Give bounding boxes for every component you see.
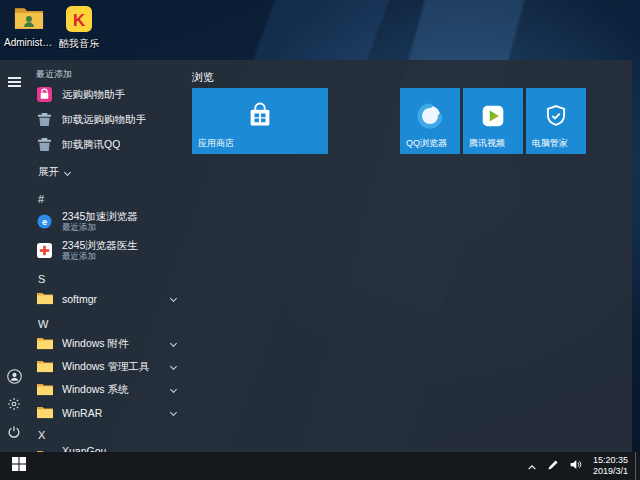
- clock-time: 15:20:35: [593, 455, 628, 466]
- app-item-uninstall-shopping-assistant[interactable]: 卸载远购购物助手: [32, 107, 188, 132]
- volume-button[interactable]: [564, 452, 587, 480]
- taskbar: 15:20:35 2019/3/1: [0, 452, 640, 480]
- chevron-down-icon: [170, 386, 177, 393]
- group-header-x[interactable]: X: [32, 424, 188, 442]
- app-item-label: Windows 系统: [62, 383, 129, 397]
- start-menu-tiles: 浏览 应用商店: [188, 60, 632, 452]
- tile-label: 应用商店: [198, 137, 234, 150]
- tile-tencent-video[interactable]: 腾讯视频: [463, 88, 523, 154]
- recently-added-header: 最近添加: [32, 68, 188, 82]
- qq-browser-icon: [417, 103, 443, 133]
- chevron-down-icon: [170, 409, 177, 416]
- folder-icon: [36, 404, 53, 421]
- show-desktop-button[interactable]: [635, 452, 640, 480]
- desktop-wallpaper: Administra... K 酷我音乐: [0, 0, 640, 480]
- uninstaller-icon: [36, 111, 53, 128]
- app-item-label: Windows 管理工具: [62, 360, 150, 374]
- app-folder-windows-admin-tools[interactable]: Windows 管理工具: [32, 355, 188, 378]
- browser-doctor-icon: [36, 242, 53, 259]
- app-item-2345-browser[interactable]: e 2345加速浏览器 最近添加: [32, 207, 188, 236]
- hamburger-icon: [8, 74, 21, 89]
- chevron-down-icon: [170, 295, 177, 302]
- folder-icon: [36, 335, 53, 352]
- desktop-icon-administrator[interactable]: Administra...: [4, 6, 54, 48]
- app-item-sublabel: 最近添加: [62, 252, 138, 261]
- app-item-shopping-assistant[interactable]: 远购购物助手: [32, 82, 188, 107]
- app-folder-winrar[interactable]: WinRAR: [32, 401, 188, 424]
- tencent-video-icon: [480, 103, 506, 133]
- svg-text:e: e: [42, 217, 47, 227]
- speaker-icon: [569, 457, 582, 475]
- uninstaller-icon: [36, 136, 53, 153]
- gear-icon: [7, 397, 21, 415]
- app-item-label: 卸载腾讯QQ: [62, 138, 120, 152]
- administrator-folder-icon: [14, 6, 44, 35]
- shopping-assistant-icon: [36, 86, 53, 103]
- power-icon: [7, 425, 21, 443]
- app-item-label: softmgr: [62, 293, 97, 305]
- chevron-down-icon: [64, 168, 71, 175]
- chevron-up-icon: [527, 457, 537, 475]
- chevron-down-icon: [170, 340, 177, 347]
- tile-pc-manager[interactable]: 电脑管家: [526, 88, 586, 154]
- tile-app-store[interactable]: 应用商店: [192, 88, 328, 154]
- hamburger-menu-button[interactable]: [0, 70, 28, 94]
- app-item-2345-browser-doctor[interactable]: 2345浏览器医生 最近添加: [32, 236, 188, 265]
- app-item-label: Windows 附件: [62, 337, 129, 351]
- tile-qq-browser[interactable]: QQ浏览器: [400, 88, 460, 154]
- expand-label: 展开: [38, 165, 59, 179]
- group-header-w[interactable]: W: [32, 310, 188, 332]
- 2345-browser-icon: e: [36, 213, 53, 230]
- desktop-icon-label: 酷我音乐: [54, 38, 104, 49]
- windows-logo-icon: [12, 457, 26, 475]
- user-account-button[interactable]: [0, 366, 28, 390]
- desktop-icon-kuwo-music[interactable]: K 酷我音乐: [54, 6, 104, 49]
- pen-icon: [547, 457, 559, 475]
- folder-icon: [36, 358, 53, 375]
- app-folder-xuangou[interactable]: XuanGou 最近添加: [32, 442, 188, 452]
- folder-icon: [36, 290, 53, 307]
- clock-date: 2019/3/1: [593, 466, 628, 477]
- chevron-down-icon: [170, 363, 177, 370]
- desktop-icon-label: Administra...: [4, 37, 54, 48]
- power-button[interactable]: [0, 422, 28, 446]
- app-folder-softmgr[interactable]: softmgr: [32, 287, 188, 310]
- app-folder-windows-system[interactable]: Windows 系统: [32, 378, 188, 401]
- start-menu-rail: [0, 60, 28, 452]
- pen-workspace-button[interactable]: [542, 452, 564, 480]
- system-tray: 15:20:35 2019/3/1: [522, 452, 640, 480]
- app-folder-windows-accessories[interactable]: Windows 附件: [32, 332, 188, 355]
- tile-label: 腾讯视频: [469, 137, 505, 150]
- user-avatar-icon: [7, 369, 22, 388]
- app-item-label: 2345浏览器医生: [62, 240, 138, 252]
- group-header-s[interactable]: S: [32, 265, 188, 287]
- microsoft-store-icon: [245, 101, 275, 135]
- start-menu-app-list: 最近添加 远购购物助手 卸载远购: [28, 60, 188, 452]
- app-item-label: 卸载远购购物助手: [62, 113, 146, 127]
- pc-manager-shield-icon: [543, 103, 569, 133]
- app-item-uninstall-qq[interactable]: 卸载腾讯QQ: [32, 132, 188, 157]
- tile-group-label[interactable]: 浏览: [192, 70, 632, 85]
- app-item-label: 2345加速浏览器: [62, 211, 138, 223]
- app-item-sublabel: 最近添加: [62, 223, 138, 232]
- start-button[interactable]: [0, 452, 38, 480]
- app-item-label: 远购购物助手: [62, 88, 125, 102]
- start-menu: 最近添加 远购购物助手 卸载远购: [0, 60, 632, 452]
- group-header-hash[interactable]: #: [32, 185, 188, 207]
- kuwo-music-icon: K: [66, 6, 92, 36]
- expand-button[interactable]: 展开: [32, 159, 188, 185]
- tile-label: QQ浏览器: [406, 137, 447, 150]
- app-item-label: WinRAR: [62, 407, 102, 419]
- svg-text:K: K: [73, 11, 85, 30]
- folder-icon: [36, 381, 53, 398]
- taskbar-clock[interactable]: 15:20:35 2019/3/1: [587, 455, 635, 477]
- tile-label: 电脑管家: [532, 137, 568, 150]
- hidden-icons-button[interactable]: [522, 452, 542, 480]
- settings-button[interactable]: [0, 394, 28, 418]
